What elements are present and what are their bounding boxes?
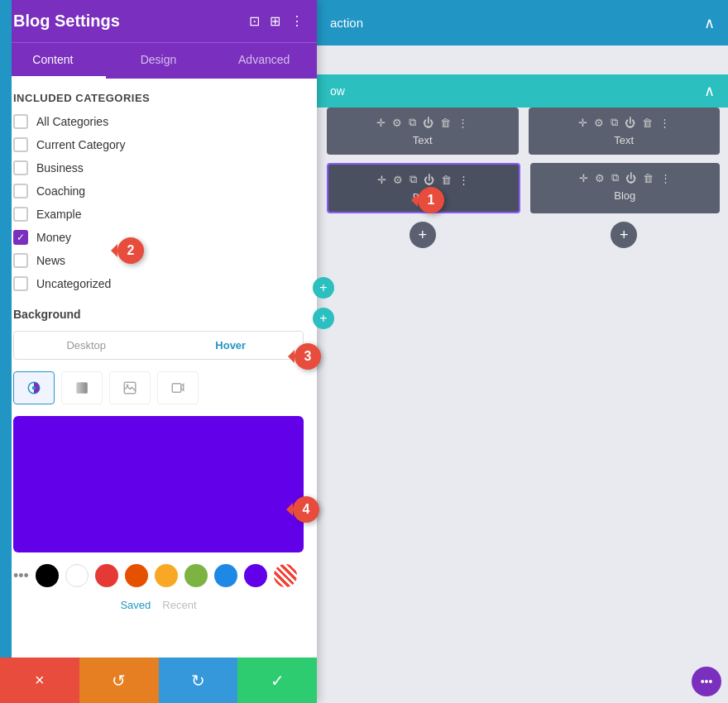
add-row-button-1[interactable]: + [313,277,334,299]
toggle-icon-4: ⏻ [625,172,636,184]
top-bar-chevron-icon[interactable]: ∧ [704,14,715,32]
color-red[interactable] [95,564,118,587]
color-palette: ••• [13,564,304,587]
svg-point-4 [127,385,129,387]
color-purple[interactable] [244,564,267,587]
module-2-icons: ✛ ⚙ ⧉ ⏻ 🗑 ⋮ [535,116,714,129]
svg-point-1 [32,386,36,390]
more-icon-4: ⋮ [660,172,671,184]
add-module-right[interactable]: + [529,222,721,248]
video-type-button[interactable] [157,371,199,404]
color-transparent[interactable] [274,564,297,587]
checkbox-current[interactable] [13,137,28,152]
add-module-left[interactable]: + [327,222,519,248]
background-type-icons [13,371,304,404]
more-icon-3: ⋮ [458,174,469,186]
annotation-badge-4: 4 [293,496,319,523]
module-3-icons: ✛ ⚙ ⧉ ⏻ 🗑 ⋮ [335,173,512,186]
module-row-2: ✛ ⚙ ⧉ ⏻ 🗑 ⋮ Blog ✛ ⚙ ⧉ ⏻ 🗑 ⋮ Blog [327,163,720,213]
add-row-button-2[interactable]: + [313,308,334,329]
copy-icon: ⧉ [409,116,416,129]
video-icon [170,380,185,395]
category-example-label: Example [36,208,81,221]
color-wheel-icon [26,380,41,395]
move-icon-2: ✛ [578,117,587,129]
more-icon-2: ⋮ [659,117,670,129]
move-icon: ✛ [376,117,386,129]
resize-icon[interactable]: ⊡ [249,13,260,29]
image-icon [122,380,137,395]
toggle-icon: ⏻ [423,117,433,129]
category-money-label: Money [36,231,71,244]
recent-link[interactable]: Recent [162,599,196,611]
saved-link[interactable]: Saved [120,599,151,611]
module-4-label: Blog [537,189,714,202]
saved-recent-row: Saved Recent [13,599,304,611]
checkbox-money[interactable] [13,230,28,245]
copy-icon-4: ⧉ [611,171,619,184]
category-news[interactable]: News [13,253,304,268]
add-left-button[interactable]: + [410,222,436,248]
color-orange[interactable] [125,564,148,587]
tab-design[interactable]: Design [106,43,212,79]
cancel-button[interactable]: × [0,658,79,703]
undo-button[interactable]: ↺ [79,658,159,703]
checkbox-uncategorized[interactable] [13,276,28,291]
module-text-2[interactable]: ✛ ⚙ ⧉ ⏻ 🗑 ⋮ Text [529,108,721,155]
modules-area: ✛ ⚙ ⧉ ⏻ 🗑 ⋮ Text ✛ ⚙ ⧉ ⏻ 🗑 ⋮ Text [327,108,720,256]
category-example[interactable]: Example [13,207,304,222]
color-black[interactable] [36,564,59,587]
panel-title: Blog Settings [13,12,120,31]
tab-advanced[interactable]: Advanced [211,43,317,79]
checkbox-news[interactable] [13,253,28,268]
more-colors-button[interactable]: ••• [13,567,29,585]
redo-button[interactable]: ↻ [159,658,238,703]
copy-icon-2: ⧉ [611,116,618,129]
gradient-icon [74,380,89,395]
panel-content: Included Categories All Categories Curre… [0,79,317,658]
add-right-button[interactable]: + [611,222,637,248]
category-uncategorized[interactable]: Uncategorized [13,276,304,291]
color-green[interactable] [184,564,208,587]
options-dots-button[interactable]: ••• [692,667,721,696]
checkbox-example[interactable] [13,207,28,222]
image-type-button[interactable] [109,371,151,404]
module-blog-2[interactable]: ✛ ⚙ ⧉ ⏻ 🗑 ⋮ Blog [530,163,721,213]
categories-section-label: Included Categories [13,92,304,104]
module-2-label: Text [535,134,714,146]
category-current-label: Current Category [36,138,125,151]
sub-tabs: Desktop Hover [13,331,304,360]
categories-list: All Categories Current Category Business… [13,114,304,291]
settings-icon: ⚙ [392,117,402,129]
color-blue[interactable] [214,564,237,587]
columns-icon[interactable]: ⊞ [270,13,280,29]
category-business-label: Business [36,161,84,175]
checkbox-coaching[interactable] [13,184,28,198]
color-type-button[interactable] [13,371,55,404]
color-white[interactable] [65,564,89,587]
category-coaching[interactable]: Coaching [13,184,304,198]
category-all[interactable]: All Categories [13,114,304,129]
row-chevron-icon[interactable]: ∧ [704,82,715,100]
module-text-1[interactable]: ✛ ⚙ ⧉ ⏻ 🗑 ⋮ Text [327,108,519,155]
settings-icon-3: ⚙ [393,174,403,186]
left-edge-bar [0,0,12,658]
save-button[interactable]: ✓ [237,658,317,703]
more-icon: ⋮ [457,117,468,129]
tab-content[interactable]: Content [0,43,106,79]
sub-tab-desktop[interactable]: Desktop [14,332,159,359]
gradient-type-button[interactable] [61,371,103,404]
row-bar-text: ow [330,84,345,98]
color-yellow[interactable] [155,564,178,587]
module-row-1: ✛ ⚙ ⧉ ⏻ 🗑 ⋮ Text ✛ ⚙ ⧉ ⏻ 🗑 ⋮ Text [327,108,720,155]
checkbox-all[interactable] [13,114,28,129]
category-money[interactable]: Money [13,230,304,245]
category-current[interactable]: Current Category [13,137,304,152]
panel-tabs: Content Design Advanced [0,42,317,79]
toggle-icon-3: ⏻ [424,174,434,186]
checkbox-business[interactable] [13,160,28,175]
more-vert-icon[interactable]: ⋮ [290,13,304,29]
category-business[interactable]: Business [13,160,304,175]
color-swatch[interactable] [13,416,304,552]
save-icon: ✓ [271,671,285,691]
